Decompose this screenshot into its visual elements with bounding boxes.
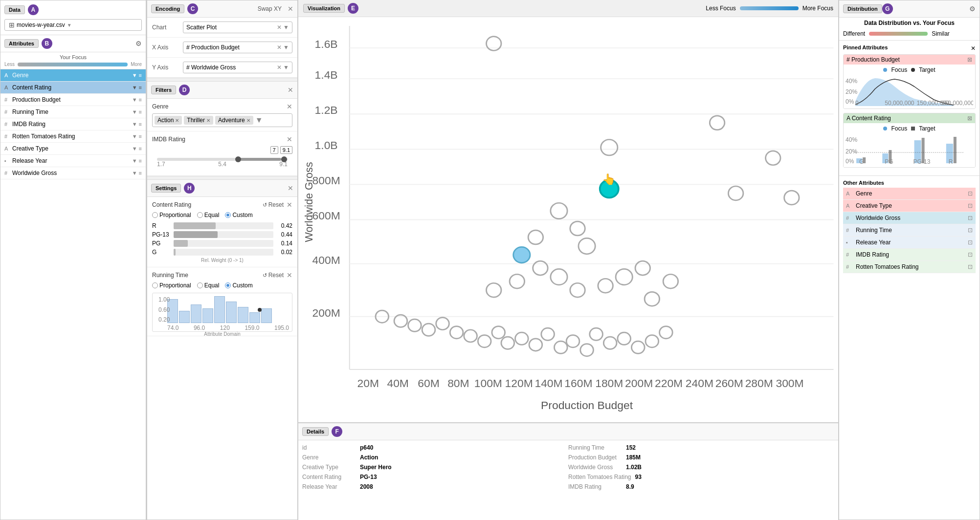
- filters-close-button[interactable]: ✕: [288, 86, 293, 94]
- settings-close-button[interactable]: ✕: [288, 184, 293, 192]
- dist-gear-icon[interactable]: ⚙: [969, 5, 976, 13]
- pinned-close-btn[interactable]: ✕: [971, 45, 976, 52]
- pin-budget-icon[interactable]: ⊠: [967, 56, 972, 63]
- genre-tag-adventure-close[interactable]: ✕: [246, 118, 250, 123]
- chart-label: Chart: [152, 24, 179, 31]
- imdb-max-box[interactable]: 9.1: [280, 146, 292, 154]
- running-time-reset-btn[interactable]: ↺ Reset: [263, 272, 284, 279]
- dropdown-y-icon[interactable]: ▼: [283, 64, 289, 71]
- attr-item-production-budget[interactable]: # Production Budget ▼ ≡: [0, 94, 146, 106]
- imdb-filter-close[interactable]: ✕: [287, 135, 292, 143]
- pin-rating-icon[interactable]: ⊠: [967, 115, 972, 122]
- genre-tag-thriller-close[interactable]: ✕: [206, 118, 210, 123]
- genre-tag-action-close[interactable]: ✕: [175, 118, 179, 123]
- filter-icon-running-time[interactable]: ▼: [132, 109, 137, 115]
- svg-text:800M: 800M: [312, 175, 340, 187]
- svg-point-50: [486, 283, 501, 297]
- imdb-filter-label: IMDB Rating: [152, 136, 185, 143]
- viz-section-label: Visualization: [303, 4, 345, 13]
- equal-radio[interactable]: Equal: [197, 212, 220, 218]
- other-attr-rotten-tomatoes[interactable]: # Rotten Tomatoes Rating ⊡: [843, 261, 976, 273]
- y-axis-select[interactable]: # Worldwide Gross ✕ ▼: [183, 62, 292, 73]
- other-attr-genre[interactable]: A Genre ⊡: [843, 188, 976, 200]
- swap-xy-button[interactable]: Swap XY: [258, 5, 282, 12]
- details-badge: F: [332, 426, 342, 437]
- svg-point-71: [566, 335, 579, 347]
- other-attr-worldwide-gross[interactable]: # Worldwide Gross ⊡: [843, 212, 976, 224]
- other-attr-release-year[interactable]: ▪ Release Year ⊡: [843, 237, 976, 249]
- attributes-section-label: Attributes: [4, 39, 39, 48]
- clear-x-icon[interactable]: ✕: [277, 44, 282, 51]
- filter-icon-rotten[interactable]: ▼: [132, 133, 137, 139]
- imdb-min-box[interactable]: 7: [270, 146, 278, 154]
- viz-header: Visualization E Less Focus More Focus: [298, 0, 838, 17]
- file-selector[interactable]: ⊞ movies-w-year.csv ▼: [4, 19, 142, 31]
- other-release-pin[interactable]: ⊡: [968, 239, 973, 246]
- content-rating-reset-btn[interactable]: ↺ Reset: [263, 201, 284, 208]
- attr-item-rotten-tomatoes[interactable]: # Rotten Tomatoes Rating ▼ ≡: [0, 130, 146, 143]
- menu-icon-content-rating[interactable]: ≡: [139, 85, 142, 90]
- content-rating-close-btn[interactable]: ✕: [287, 201, 292, 209]
- dropdown-x-icon[interactable]: ▼: [283, 44, 289, 51]
- menu-icon-gross[interactable]: ≡: [139, 170, 142, 176]
- attr-item-genre[interactable]: A Genre ▼ ≡: [0, 69, 146, 82]
- menu-icon-imdb[interactable]: ≡: [139, 121, 142, 127]
- attr-item-running-time[interactable]: # Running Time ▼ ≡: [0, 106, 146, 118]
- filter-icon-prod-budget[interactable]: ▼: [132, 97, 137, 103]
- other-attr-imdb-rating[interactable]: # IMDB Rating ⊡: [843, 249, 976, 261]
- running-time-close-btn[interactable]: ✕: [287, 271, 292, 279]
- imdb-slider[interactable]: 1.7 5.4 9.1: [152, 158, 292, 168]
- genre-filter-close[interactable]: ✕: [287, 103, 292, 110]
- chart-select[interactable]: Scatter Plot ✕ ▼: [183, 22, 292, 33]
- pinned-budget-name: # Production Budget: [846, 56, 900, 63]
- genre-tag-dropdown[interactable]: ▼: [255, 116, 263, 125]
- rt-equal-radio[interactable]: Equal: [197, 282, 220, 289]
- other-genre-name: Genre: [856, 190, 968, 197]
- rt-proportional-radio[interactable]: Proportional: [152, 282, 191, 289]
- menu-icon-creative[interactable]: ≡: [139, 146, 142, 152]
- dropdown-icon[interactable]: ▼: [283, 24, 289, 31]
- filter-icon-content-rating[interactable]: ▼: [132, 85, 137, 90]
- rt-custom-radio[interactable]: Custom: [225, 282, 252, 289]
- other-release-type-icon: ▪: [846, 239, 854, 245]
- content-rating-key: Content Rating: [302, 474, 356, 480]
- attr-item-imdb-rating[interactable]: # IMDB Rating ▼ ≡: [0, 118, 146, 130]
- filter-icon-creative[interactable]: ▼: [132, 146, 137, 152]
- scatter-plot-area[interactable]: 1.6B 1.4B 1.2B 1.0B 800M 600M 400M 200M …: [298, 17, 838, 422]
- svg-text:240M: 240M: [686, 377, 713, 389]
- clear-y-icon[interactable]: ✕: [277, 64, 282, 71]
- x-axis-select[interactable]: # Production Budget ✕ ▼: [183, 42, 292, 53]
- filter-icon-gross[interactable]: ▼: [132, 170, 137, 176]
- gear-icon[interactable]: ⚙: [135, 40, 142, 47]
- filter-icon-release[interactable]: ▼: [132, 158, 137, 164]
- filter-icon-imdb[interactable]: ▼: [132, 121, 137, 127]
- encoding-close-button[interactable]: ✕: [288, 5, 293, 13]
- menu-icon-rotten[interactable]: ≡: [139, 133, 142, 139]
- imdb-slider-right-thumb[interactable]: [281, 156, 287, 162]
- clear-icon[interactable]: ✕: [277, 24, 282, 31]
- menu-icon-running-time[interactable]: ≡: [139, 109, 142, 115]
- genre-filter-label: Genre: [152, 103, 168, 110]
- proportional-radio[interactable]: Proportional: [152, 212, 191, 218]
- other-attr-running-time[interactable]: # Running Time ⊡: [843, 224, 976, 237]
- other-gross-pin[interactable]: ⊡: [968, 215, 973, 221]
- attr-name-creative: Creative Type: [12, 145, 132, 152]
- custom-radio[interactable]: Custom: [225, 212, 252, 218]
- filter-icon-genre[interactable]: ▼: [132, 72, 137, 78]
- other-genre-pin[interactable]: ⊡: [968, 190, 973, 197]
- attr-item-content-rating[interactable]: A Content Rating ▼ ≡: [0, 82, 146, 94]
- other-creative-pin[interactable]: ⊡: [968, 202, 973, 209]
- menu-icon-release[interactable]: ≡: [139, 158, 142, 164]
- other-imdb-pin[interactable]: ⊡: [968, 251, 973, 258]
- menu-icon-genre[interactable]: ≡: [139, 72, 142, 78]
- chevron-down-icon: ▼: [67, 22, 72, 28]
- other-attr-creative-type[interactable]: A Creative Type ⊡: [843, 200, 976, 212]
- attr-item-creative-type[interactable]: A Creative Type ▼ ≡: [0, 143, 146, 155]
- attr-item-worldwide-gross[interactable]: # Worldwide Gross ▼ ≡: [0, 167, 146, 179]
- attr-item-release-year[interactable]: ▪ Release Year ▼ ≡: [0, 155, 146, 167]
- other-running-pin[interactable]: ⊡: [968, 227, 973, 234]
- other-rotten-pin[interactable]: ⊡: [968, 263, 973, 270]
- other-genre-type-icon: A: [846, 191, 854, 196]
- rt-rating-key: Rotten Tomatoes Rating: [568, 474, 631, 480]
- menu-icon-prod-budget[interactable]: ≡: [139, 97, 142, 103]
